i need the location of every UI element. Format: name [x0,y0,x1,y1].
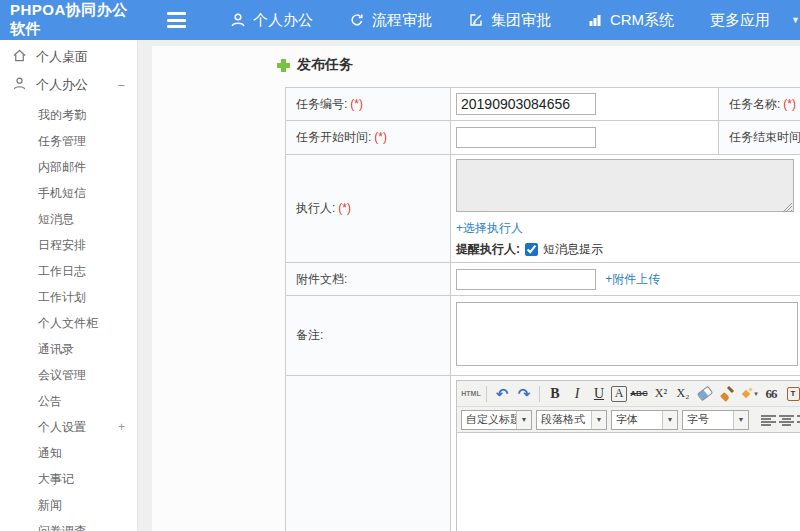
align-center-icon[interactable] [779,414,794,426]
publish-task-form: 任务编号:(*) 任务名称:(*) 任务开始时间:(*) 任务结束时间:(*) [285,87,800,531]
resize-handle-icon[interactable] [783,203,792,212]
rich-text-editor: HTML ↶ ↷ B I U A ABC X² X₂ ▾ [456,380,800,531]
sidebar-item-notice[interactable]: 通知 [0,440,137,466]
caret-down-icon: ▼ [733,411,748,429]
eraser-icon [697,386,714,402]
redo-icon[interactable]: ↷ [514,384,534,404]
app-logo: PHPOA协同办公软件 [0,1,129,39]
sidebar-item-mobile-sms[interactable]: 手机短信 [0,180,137,206]
attachment-upload-link[interactable]: +附件上传 [605,272,660,286]
home-icon [12,48,27,66]
magic-wand-icon [740,388,752,400]
editor-content-area[interactable] [457,432,800,531]
caret-down-icon: ▼ [791,15,800,25]
toolbar-separator [539,386,540,402]
bold-button[interactable]: B [545,384,565,404]
italic-button[interactable]: I [567,384,587,404]
format-brush-button[interactable] [717,384,737,404]
top-bar: PHPOA协同办公软件 个人办公 流程审批 [0,0,800,40]
sidebar-item-internal-mail[interactable]: 内部邮件 [0,154,137,180]
task-no-label-cell: 任务编号:(*) [286,88,451,121]
sidebar-item-personal-files[interactable]: 个人文件柜 [0,310,137,336]
paragraph-format-select[interactable]: 段落格式 ▼ [536,410,607,430]
undo-icon[interactable]: ↶ [492,384,512,404]
executor-textarea[interactable] [456,159,794,212]
nav-item-crm[interactable]: CRM系统 [587,11,674,30]
blockquote-button[interactable]: 66 [761,384,781,404]
nav-item-personal-office[interactable]: 个人办公 [230,11,313,30]
choose-executor-link[interactable]: +选择执行人 [456,220,800,237]
nav-item-process-approval[interactable]: 流程审批 [349,11,432,30]
font-size-select[interactable]: 字号 ▼ [682,410,749,430]
bar-chart-icon [587,12,603,28]
sidebar-item-personal-office[interactable]: 个人办公 − [0,71,137,99]
expand-icon[interactable]: + [118,414,125,440]
eraser-button[interactable] [695,384,715,404]
sidebar-item-my-attendance[interactable]: 我的考勤 [0,102,137,128]
sidebar-item-news[interactable]: 新闻 [0,492,137,518]
menu-toggle-icon[interactable] [167,12,186,28]
nav-item-group-approval[interactable]: 集团审批 [468,11,551,30]
sidebar-submenu: 我的考勤 任务管理 内部邮件 手机短信 短消息 日程安排 工作日志 工作计划 个… [0,99,137,531]
add-task-icon [277,59,290,72]
sidebar-item-schedule[interactable]: 日程安排 [0,232,137,258]
executor-label-cell: 执行人:(*) [286,155,451,263]
toolbar-separator [486,386,487,402]
required-mark: (*) [783,97,796,111]
sidebar-item-memorabilia[interactable]: 大事记 [0,466,137,492]
sidebar-item-meeting-management[interactable]: 会议管理 [0,362,137,388]
underline-button[interactable]: U [589,384,609,404]
paste-plain-button[interactable]: T [783,384,800,404]
table-row: 备注: [286,296,800,376]
sidebar-item-short-message[interactable]: 短消息 [0,206,137,232]
content-panel: 发布任务 任务编号:(*) 任务名称:(*) 任务开始时间:(*) [152,46,800,531]
table-row: 附件文档: +附件上传 [286,263,800,296]
caret-down-icon: ▾ [754,390,758,398]
required-mark: (*) [374,130,387,144]
superscript-button[interactable]: X² [651,384,671,404]
custom-heading-select[interactable]: 自定义标题 ▼ [461,410,532,430]
sidebar-item-personal-desktop[interactable]: 个人桌面 [0,43,137,71]
sidebar-item-work-plan[interactable]: 工作计划 [0,284,137,310]
editor-toolbar-row2: 自定义标题 ▼ 段落格式 ▼ 字体 ▼ 字号 ▼ [457,406,800,432]
sidebar-item-announcement[interactable]: 公告 [0,388,137,414]
auto-typeset-button[interactable]: ▾ [739,384,759,404]
task-no-input[interactable] [456,93,596,115]
font-family-select[interactable]: 字体 ▼ [611,410,678,430]
remind-executor-label: 提醒执行人: [456,241,520,258]
top-navigation: 个人办公 流程审批 集团审批 CRM系统 [230,11,800,30]
nav-item-more-apps[interactable]: 更多应用 ▼ [710,11,800,30]
table-row: 任务描述:(*) HTML ↶ ↷ B I U A ABC X² [286,376,800,531]
sms-remind-checkbox[interactable] [525,243,538,256]
page-title-text: 发布任务 [297,56,353,74]
brush-icon [720,386,735,401]
align-left-icon[interactable] [761,414,776,426]
attachment-input[interactable] [456,269,596,290]
caret-down-icon: ▼ [662,411,677,429]
collapse-icon[interactable]: − [117,78,125,93]
sidebar-item-work-log[interactable]: 工作日志 [0,258,137,284]
required-mark: (*) [338,201,351,215]
editor-toolbar-row1: HTML ↶ ↷ B I U A ABC X² X₂ ▾ [457,381,800,406]
remark-textarea[interactable] [456,302,798,366]
clipboard-icon: T [787,387,800,401]
sidebar-item-survey[interactable]: 问卷调查 [0,518,137,531]
subscript-button[interactable]: X₂ [673,384,693,404]
table-row: 任务开始时间:(*) 任务结束时间:(*) [286,121,800,155]
end-time-label-cell: 任务结束时间:(*) [719,121,800,155]
start-time-input[interactable] [456,127,596,148]
table-row: 执行人:(*) +选择执行人 提醒执行人: 短消息提示 [286,155,800,263]
user-icon [230,12,246,28]
start-time-label-cell: 任务开始时间:(*) [286,121,451,155]
font-border-button[interactable]: A [611,386,627,402]
required-mark: (*) [350,97,363,111]
process-icon [349,12,365,28]
description-label-cell: 任务描述:(*) [286,376,451,531]
html-source-button[interactable]: HTML [461,384,481,404]
sidebar-item-personal-settings[interactable]: 个人设置 + [0,414,137,440]
sidebar-item-contacts[interactable]: 通讯录 [0,336,137,362]
sidebar-item-task-management[interactable]: 任务管理 [0,128,137,154]
sms-remind-option-label: 短消息提示 [543,241,603,258]
strikethrough-button[interactable]: ABC [629,384,649,404]
edit-square-icon [468,12,484,28]
